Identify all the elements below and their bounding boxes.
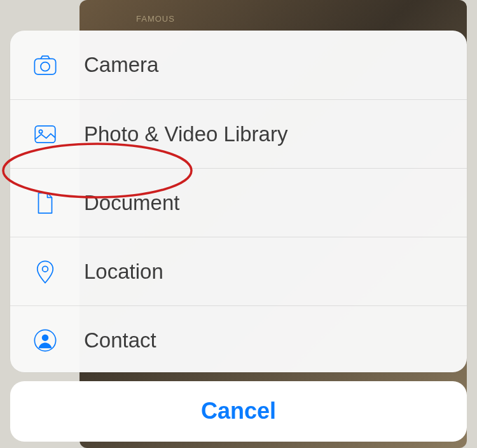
menu-item-label: Contact	[84, 328, 156, 353]
menu-item-label: Document	[84, 191, 179, 215]
svg-rect-0	[34, 59, 55, 74]
menu-item-label: Camera	[84, 53, 158, 77]
menu-item-photo-video-library[interactable]: Photo & Video Library	[10, 99, 467, 168]
photo-library-icon	[32, 121, 84, 148]
svg-point-6	[42, 334, 49, 341]
menu-item-label: Photo & Video Library	[84, 122, 287, 146]
cancel-button[interactable]: Cancel	[10, 381, 467, 442]
svg-point-4	[43, 266, 48, 272]
action-sheet-container: Camera Photo & Video Library Document	[10, 31, 467, 442]
svg-point-3	[39, 130, 42, 133]
menu-item-location[interactable]: Location	[10, 237, 467, 305]
menu-item-contact[interactable]: Contact	[10, 305, 467, 372]
attachment-menu-sheet: Camera Photo & Video Library Document	[10, 31, 467, 372]
document-icon	[32, 190, 84, 216]
cancel-button-label: Cancel	[201, 398, 276, 424]
menu-item-document[interactable]: Document	[10, 168, 467, 237]
location-pin-icon	[32, 258, 84, 285]
contact-person-icon	[32, 327, 84, 354]
menu-item-label: Location	[84, 260, 163, 284]
camera-icon	[32, 52, 84, 78]
svg-point-1	[41, 62, 50, 71]
background-partial-text: FAMOUS	[136, 14, 175, 24]
menu-item-camera[interactable]: Camera	[10, 31, 467, 99]
